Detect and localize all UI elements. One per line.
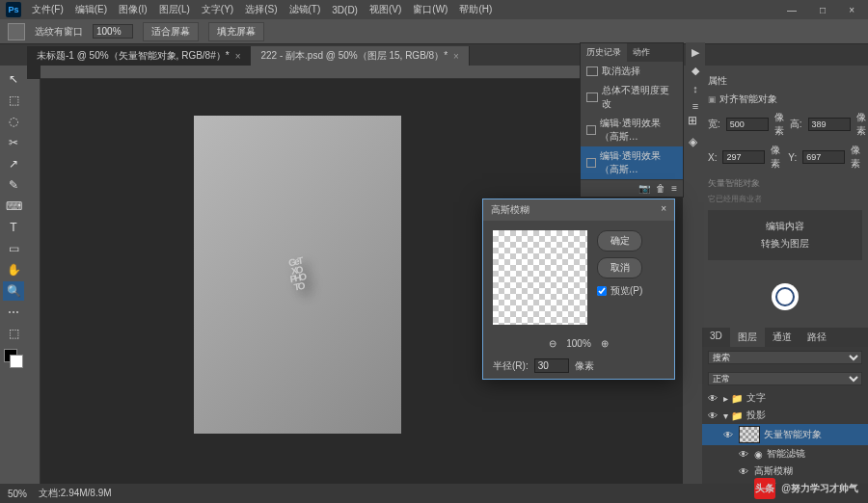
marquee-tool[interactable]: ⬚ (3, 91, 24, 110)
tab-paths[interactable]: 路径 (800, 328, 834, 347)
menu-select[interactable]: 选择(S) (240, 1, 282, 18)
move-tool[interactable]: ↖ (3, 69, 24, 89)
width-input[interactable] (726, 118, 769, 131)
radius-input[interactable] (534, 358, 569, 373)
menu-file[interactable]: 文件(F) (27, 1, 68, 18)
window-controls: — □ × (779, 3, 862, 17)
menu-3d[interactable]: 3D(D) (327, 3, 363, 17)
ok-button[interactable]: 确定 (597, 230, 642, 252)
type-tool[interactable]: T (3, 218, 24, 237)
zoom-level[interactable]: 50% (8, 489, 27, 499)
zoom-input[interactable] (93, 24, 133, 39)
swatches-icon[interactable]: ⊞ (688, 114, 697, 127)
app-icon: Ps (6, 2, 21, 17)
layer-group-text[interactable]: 👁▸ 📁文字 (702, 389, 868, 407)
menu-help[interactable]: 帮助(H) (454, 1, 497, 18)
properties-panel: 属性 ▣ 对齐智能对象 宽:像素 高:像素 X:像素 Y:像素 矢量智能对象 它… (702, 66, 868, 266)
history-item[interactable]: 取消选择 (581, 62, 683, 81)
history-item[interactable]: 编辑·透明效果（高斯… (581, 114, 683, 146)
shape-tool[interactable]: ▭ (3, 239, 24, 258)
smart-filters[interactable]: 👁◉智能滤镜 (702, 445, 868, 463)
lasso-tool[interactable]: ◌ (3, 112, 24, 131)
menu-image[interactable]: 图像(I) (114, 1, 151, 18)
blend-mode[interactable]: 正常 (708, 372, 862, 385)
styles-icon[interactable]: ◈ (689, 135, 697, 148)
artwork-text: GeT XO PHO TO (287, 257, 307, 293)
list-icon[interactable]: ≡ (688, 100, 703, 112)
convert-layer-button[interactable]: 转换为图层 (716, 235, 854, 252)
edit-contents-button[interactable]: 编辑内容 (716, 218, 854, 235)
fit-screen-button[interactable]: 适合屏幕 (143, 22, 199, 41)
menu-type[interactable]: 文字(Y) (197, 1, 238, 18)
snapshot-icon[interactable]: 📷 (638, 183, 650, 194)
status-bar: 50% 文档:2.94M/8.9M (0, 484, 868, 503)
zoom-tool[interactable]: 🔍 (3, 281, 24, 301)
layer-smartobject1[interactable]: 👁矢量智能对象 (702, 424, 868, 445)
visibility-icon[interactable]: 👁 (737, 449, 750, 460)
close-icon[interactable]: × (453, 51, 459, 62)
layer-panel-tabs: 3D 图层 通道 路径 (702, 328, 868, 347)
width-label: 宽: (708, 118, 720, 131)
close-icon[interactable]: × (235, 51, 241, 62)
crop-tool[interactable]: ✂ (3, 133, 24, 152)
tab-doc2[interactable]: 222 - 副本.psd @ 50%（图层 15, RGB/8）*× (251, 46, 469, 66)
color-swatches[interactable] (4, 349, 23, 368)
zoom-in-icon[interactable]: ⊕ (601, 338, 609, 349)
tab-3d[interactable]: 3D (702, 328, 730, 347)
tab-doc1[interactable]: 未标题-1 @ 50%（矢量智能对象, RGB/8#）*× (27, 46, 251, 66)
ruler-vertical (27, 79, 41, 484)
layer-group-shadow[interactable]: 👁▾ 📁投影 (702, 407, 868, 424)
y-input[interactable] (802, 150, 845, 164)
close-button[interactable]: × (841, 3, 862, 17)
menu-edit[interactable]: 编辑(E) (70, 1, 112, 18)
history-item[interactable]: 编辑·透明效果（高斯… (581, 146, 683, 179)
right-panels: 属性 ▣ 对齐智能对象 宽:像素 高:像素 X:像素 Y:像素 矢量智能对象 它… (702, 66, 868, 484)
tool-preset-icon[interactable] (8, 23, 25, 40)
delete-icon[interactable]: 🗑 (656, 183, 665, 194)
watermark: 头条 @努力学习才帅气 (754, 478, 858, 499)
minimize-button[interactable]: — (779, 3, 804, 17)
radius-unit: 像素 (575, 359, 594, 373)
close-icon[interactable]: × (661, 203, 666, 217)
visibility-icon[interactable]: 👁 (706, 410, 719, 421)
edit-toolbar[interactable]: ⬚ (3, 324, 24, 343)
visibility-icon[interactable]: 👁 (721, 430, 735, 440)
hand-tool[interactable]: ✋ (3, 260, 24, 279)
tab-layers[interactable]: 图层 (730, 328, 765, 347)
menu-filter[interactable]: 滤镜(T) (285, 1, 326, 18)
layer-filter[interactable]: 搜索 (708, 351, 862, 364)
fill-screen-button[interactable]: 填充屏幕 (208, 22, 264, 41)
brush-tool[interactable]: ✎ (3, 175, 24, 195)
x-label: X: (708, 152, 717, 163)
menu-view[interactable]: 视图(V) (365, 1, 406, 18)
tab-channels[interactable]: 通道 (765, 328, 800, 347)
preview-area[interactable] (493, 230, 587, 325)
toolbox: ↖ ⬚ ◌ ✂ ↗ ✎ ⌨ T ▭ ✋ 🔍 ⋯ ⬚ (0, 66, 27, 484)
menu-layer[interactable]: 图层(L) (154, 1, 195, 18)
zoom-out-icon[interactable]: ⊖ (549, 338, 556, 349)
stamp-tool[interactable]: ⌨ (3, 197, 24, 216)
eyedropper-tool[interactable]: ↗ (3, 154, 24, 173)
visibility-icon[interactable]: 👁 (737, 466, 750, 477)
maximize-button[interactable]: □ (812, 3, 833, 17)
tab-history[interactable]: 历史记录 (581, 43, 627, 62)
menu-window[interactable]: 窗口(W) (408, 1, 452, 18)
dialog-title: 高斯模糊 (491, 203, 529, 217)
history-item[interactable]: 总体不透明度更改 (581, 81, 683, 114)
cancel-button[interactable]: 取消 (597, 257, 642, 278)
arrows-icon[interactable]: ↕ (688, 83, 703, 94)
tab-actions[interactable]: 动作 (627, 43, 656, 62)
x-input[interactable] (722, 150, 765, 164)
more-tools[interactable]: ⋯ (3, 303, 24, 322)
height-input[interactable] (808, 118, 851, 131)
diamond-icon[interactable]: ◆ (688, 65, 703, 77)
y-label: Y: (788, 152, 797, 163)
options-bar: 选纹有窗口 适合屏幕 填充屏幕 (0, 19, 868, 44)
visibility-icon[interactable]: 👁 (737, 484, 750, 485)
opt-label: 选纹有窗口 (35, 25, 83, 39)
play-icon[interactable]: ▶ (688, 46, 703, 59)
visibility-icon[interactable]: 👁 (706, 393, 719, 404)
menu-icon[interactable]: ≡ (671, 183, 677, 194)
radius-label: 半径(R): (493, 359, 529, 373)
preview-check[interactable]: 预览(P) (597, 284, 642, 298)
